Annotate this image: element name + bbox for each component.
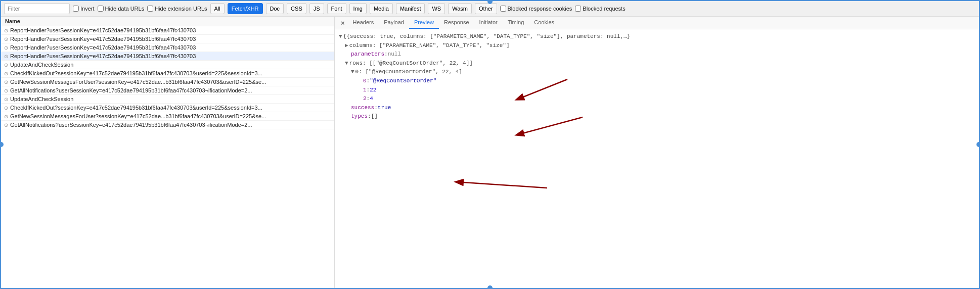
- tab-headers[interactable]: Headers: [348, 17, 379, 29]
- request-icon: ⊙: [4, 54, 8, 59]
- tab-payload[interactable]: Payload: [379, 17, 409, 29]
- json-index2-val: 4: [370, 94, 373, 104]
- filter-btn-other[interactable]: Other: [475, 3, 497, 14]
- filter-btn-css[interactable]: CSS: [287, 3, 306, 14]
- json-param-value: null: [388, 50, 401, 59]
- request-name: CheckIfKickedOut?sessionKey=e417c52dae79…: [10, 70, 262, 76]
- hide-data-urls-checkbox[interactable]: [98, 6, 104, 12]
- json-index1-key: 1: [363, 86, 367, 95]
- request-item[interactable]: ⊙ ReportHandler?userSessionKey=e417c52da…: [1, 43, 334, 52]
- filter-input[interactable]: [4, 3, 70, 14]
- json-root-preview: {success: true, columns: ["PARAMETER_NAM…: [346, 32, 630, 41]
- json-expand-rows[interactable]: ▼: [345, 59, 348, 68]
- invert-checkbox-label[interactable]: Invert: [73, 6, 95, 12]
- blocked-requests-label[interactable]: Blocked requests: [575, 6, 625, 12]
- request-item[interactable]: ⊙ CheckIfKickedOut?sessionKey=e417c52dae…: [1, 104, 334, 112]
- request-icon: ⊙: [4, 28, 8, 33]
- resize-handle-bottom[interactable]: [487, 285, 493, 289]
- request-icon: ⊙: [4, 105, 8, 111]
- json-index0-key: 0: [363, 77, 367, 86]
- json-line-index1: 1 : 22: [339, 86, 975, 95]
- request-item[interactable]: ⊙ GetNewSessionMessagesForUser?sessionKe…: [1, 78, 334, 86]
- requests-panel: Name ⊙ ReportHandler?userSessionKey=e417…: [1, 17, 335, 288]
- tab-cookies[interactable]: Cookies: [529, 17, 559, 29]
- request-name: ReportHandler?userSessionKey=e417c52dae7…: [10, 27, 196, 33]
- request-icon: ⊙: [4, 62, 8, 68]
- json-rows-content: rows: [["@ReqCountSortOrder", 22, 4]]: [349, 59, 473, 68]
- filter-btn-wasm[interactable]: Wasm: [448, 3, 472, 14]
- json-types-key: types: [351, 112, 368, 121]
- request-item[interactable]: ⊙ ReportHandler?userSessionKey=e417c52da…: [1, 52, 334, 61]
- json-line-types: types : []: [339, 112, 975, 121]
- request-item[interactable]: ⊙ UpdateAndCheckSession: [1, 95, 334, 104]
- json-index2-key: 2: [363, 94, 367, 104]
- devtools-panel: Invert Hide data URLs Hide extension URL…: [0, 0, 980, 289]
- request-name: ReportHandler?userSessionKey=e417c52dae7…: [10, 36, 196, 42]
- json-line-root: ▼ { {success: true, columns: ["PARAMETER…: [339, 32, 975, 41]
- request-icon: ⊙: [4, 114, 8, 119]
- json-expand-row0[interactable]: ▼: [351, 68, 354, 77]
- hide-data-urls-checkbox-label[interactable]: Hide data URLs: [98, 6, 145, 12]
- request-item[interactable]: ⊙ CheckIfKickedOut?sessionKey=e417c52dae…: [1, 69, 334, 78]
- tab-preview[interactable]: Preview: [409, 17, 439, 29]
- request-item[interactable]: ⊙ GetNewSessionMessagesForUser?sessionKe…: [1, 112, 334, 121]
- filter-btn-img[interactable]: Img: [349, 3, 367, 14]
- filter-btn-all[interactable]: All: [210, 3, 225, 14]
- json-line-index0: 0 : "@ReqCountSortOrder": [339, 77, 975, 86]
- blocked-response-cookies-label[interactable]: Blocked response cookies: [500, 6, 572, 12]
- filter-btn-doc[interactable]: Doc: [266, 3, 284, 14]
- filter-btn-fetch-xhr[interactable]: Fetch/XHR: [228, 3, 263, 14]
- json-expand-root[interactable]: ▼: [339, 32, 342, 41]
- request-icon: ⊙: [4, 97, 8, 102]
- hide-data-urls-label: Hide data URLs: [105, 6, 145, 12]
- requests-list[interactable]: ⊙ ReportHandler?userSessionKey=e417c52da…: [1, 26, 334, 288]
- request-icon: ⊙: [4, 88, 8, 93]
- json-line-row0: ▼ 0: ["@ReqCountSortOrder", 22, 4]: [339, 68, 975, 77]
- request-name: ReportHandler?userSessionKey=e417c52dae7…: [10, 53, 196, 59]
- request-icon: ⊙: [4, 45, 8, 51]
- main-content: Name ⊙ ReportHandler?userSessionKey=e417…: [1, 17, 979, 288]
- json-line-columns: ▶ columns: ["PARAMETER_NAME", "DATA_TYPE…: [339, 41, 975, 51]
- hide-extension-urls-label: Hide extension URLs: [155, 6, 207, 12]
- request-item[interactable]: ⊙ GetAllNotifications?userSessionKey=e41…: [1, 121, 334, 129]
- blocked-requests-checkbox[interactable]: [575, 6, 581, 12]
- request-name: CheckIfKickedOut?sessionKey=e417c52dae79…: [10, 105, 262, 111]
- filter-btn-manifest[interactable]: Manifest: [396, 3, 425, 14]
- json-line-rows: ▼ rows: [["@ReqCountSortOrder", 22, 4]]: [339, 59, 975, 68]
- json-success-key: success: [351, 104, 374, 113]
- json-success-val: true: [378, 104, 391, 113]
- tab-response[interactable]: Response: [439, 17, 474, 29]
- request-name: GetNewSessionMessagesForUser?sessionKey=…: [10, 113, 266, 119]
- hide-extension-urls-checkbox[interactable]: [147, 6, 153, 12]
- hide-extension-urls-checkbox-label[interactable]: Hide extension URLs: [147, 6, 207, 12]
- request-item[interactable]: ⊙ UpdateAndCheckSession: [1, 61, 334, 69]
- request-icon: ⊙: [4, 71, 8, 76]
- request-name: GetNewSessionMessagesForUser?sessionKey=…: [10, 79, 266, 85]
- tab-initiator[interactable]: Initiator: [474, 17, 503, 29]
- json-line-success: success : true: [339, 104, 975, 113]
- details-tabs: × Headers Payload Preview Response Initi…: [335, 17, 979, 29]
- filter-btn-font[interactable]: Font: [327, 3, 346, 14]
- request-icon: ⊙: [4, 79, 8, 85]
- json-expand-columns[interactable]: ▶: [345, 41, 348, 51]
- invert-checkbox[interactable]: [73, 6, 79, 12]
- resize-handle-right[interactable]: [976, 142, 980, 147]
- request-name: ReportHandler?userSessionKey=e417c52dae7…: [10, 44, 196, 51]
- json-columns-content: columns: ["PARAMETER_NAME", "DATA_TYPE",…: [349, 41, 510, 51]
- close-button[interactable]: ×: [338, 17, 348, 29]
- json-index1-val: 22: [370, 86, 376, 95]
- request-name: GetAllNotifications?userSessionKey=e417c…: [10, 122, 252, 128]
- json-types-val: []: [371, 112, 378, 121]
- json-row0-content: 0: ["@ReqCountSortOrder", 22, 4]: [355, 68, 462, 77]
- blocked-response-cookies-checkbox[interactable]: [500, 6, 506, 12]
- request-icon: ⊙: [4, 36, 8, 42]
- request-item[interactable]: ⊙ GetAllNotifications?userSessionKey=e41…: [1, 86, 334, 95]
- request-item[interactable]: ⊙ ReportHandler?userSessionKey=e417c52da…: [1, 35, 334, 43]
- filter-btn-js[interactable]: JS: [309, 3, 324, 14]
- tab-timing[interactable]: Timing: [503, 17, 529, 29]
- json-line-parameters: parameters : null: [339, 50, 975, 59]
- request-item[interactable]: ⊙ ReportHandler?userSessionKey=e417c52da…: [1, 26, 334, 35]
- filter-btn-media[interactable]: Media: [370, 3, 393, 14]
- filter-btn-ws[interactable]: WS: [428, 3, 445, 14]
- request-icon: ⊙: [4, 122, 8, 128]
